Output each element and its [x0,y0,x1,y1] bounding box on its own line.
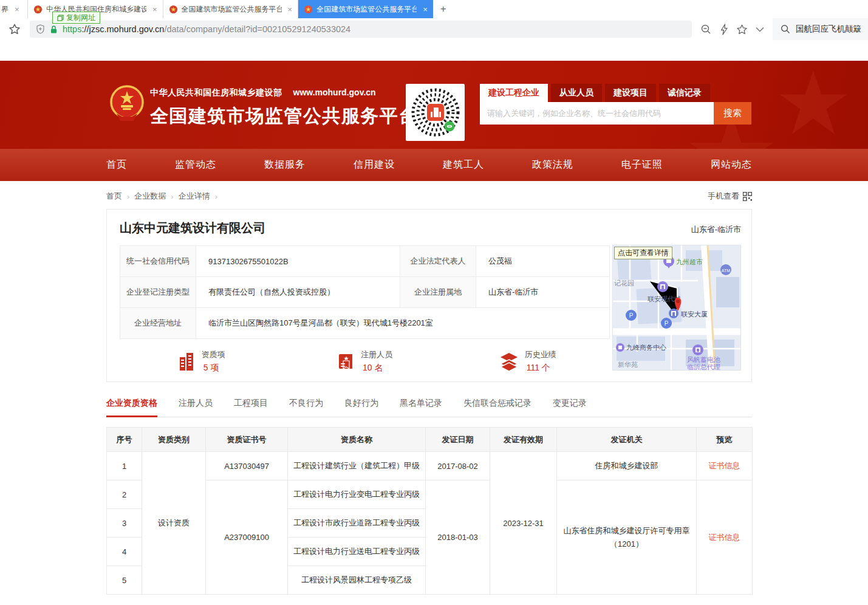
mobile-view-label: 手机查看 [708,191,739,202]
browser-tab-2[interactable]: 全国建筑市场监管公共服务平台 × [163,0,299,18]
map-poi-xinhua: 新华苑 [618,361,638,368]
close-icon[interactable]: × [15,5,19,14]
close-icon[interactable]: × [423,5,428,14]
flash-save-icon[interactable] [720,24,728,35]
zoom-out-icon[interactable] [700,24,712,35]
copy-url-tooltip: 复制网址 [52,12,100,24]
company-region: 山东省-临沂市 [691,224,741,235]
map-tooltip: 点击可查看详情 [614,247,672,259]
cell-name: 工程设计风景园林工程专项乙级 [288,566,426,595]
col-header-category: 资质类别 [142,428,206,452]
col-header-cert-no: 资质证书号 [206,428,288,452]
tab-qualifications[interactable]: 企业资质资格 [106,398,157,417]
secure-lock-icon [50,25,58,34]
reg-place-value: 山东省-临沂市 [476,277,610,308]
toolbar-icons [700,24,764,35]
cell-category: 设计资质 [142,452,206,595]
ministry-name: 中华人民共和国住房和城乡建设部 [150,87,282,97]
cell-name: 工程设计建筑行业（建筑工程）甲级 [288,452,426,480]
platform-title: 全国建筑市场监管公共服务平台 [150,104,418,129]
browser-search-box[interactable]: 国航回应飞机颠簸 [773,18,868,40]
qr-code-icon [411,87,460,137]
tab-title: 全国建筑市场监管公共服务平台 [316,4,417,15]
stat-value: 111 个 [525,363,556,374]
certificate-info-link[interactable]: 证书信息 [709,533,740,542]
stat-value: 5 项 [202,363,225,374]
reg-type-label: 企业登记注册类型 [120,277,196,308]
cell-issue-date: 2017-08-02 [426,452,490,480]
browser-tab-active[interactable]: 全国建筑市场监管公共服务平台 × [298,0,433,18]
search-button[interactable]: 搜索 [714,102,751,125]
location-map[interactable]: 点击可查看详情 九州超市 ATM 记花园 联安现代城 [612,245,741,371]
nav-item-e-license[interactable]: 电子证照 [621,159,663,171]
address-label: 企业经营地址 [120,308,196,339]
search-category-tabs: 建设工程企业 从业人员 建设项目 诚信记录 [480,84,751,102]
credit-code-label: 统一社会信用代码 [120,246,196,277]
breadcrumb-company-data[interactable]: 企业数据 [134,191,166,202]
map-poi-parking2: P [665,320,669,327]
nav-item-credit[interactable]: 信用建设 [354,159,395,171]
national-emblem-icon [109,85,145,121]
cell-no: 2 [107,480,142,509]
tab-projects[interactable]: 工程项目 [234,398,268,417]
certificate-info-link[interactable]: 证书信息 [709,461,740,470]
breadcrumb-home[interactable]: 首页 [106,191,122,202]
browser-tab-0[interactable]: 界 × [0,0,28,18]
url-bar[interactable]: https://jzsc.mohurd.gov.cn/data/company/… [30,21,692,38]
close-icon[interactable]: × [152,5,157,14]
chevron-down-icon[interactable] [756,27,764,32]
col-header-authority: 发证机关 [557,428,697,452]
stat-label: 资质项 [202,349,225,360]
search-icon [781,24,790,34]
search-tab-enterprise[interactable]: 建设工程企业 [480,84,548,102]
certificate-book-icon [337,352,355,371]
stat-historical-performance[interactable]: 历史业绩 111 个 [446,349,609,374]
search-tab-credit[interactable]: 诚信记录 [659,84,710,102]
col-header-valid-until: 发证有效期 [490,428,557,452]
company-info-table: 统一社会信用代码 91371302675501022B 企业法定代表人 公茂福 … [120,245,610,339]
nav-item-data-service[interactable]: 数据服务 [264,159,306,171]
map-poi-battery-line1: 风帆蓄电池 [687,356,720,363]
favorite-star-icon[interactable] [736,24,748,35]
stat-registered-personnel[interactable]: 注册人员 10 名 [283,349,446,374]
nav-item-workers[interactable]: 建筑工人 [443,159,484,171]
mobile-view-link[interactable]: 手机查看 [708,191,752,202]
hot-search-text: 国航回应飞机颠簸 [796,24,861,35]
nav-item-home[interactable]: 首页 [106,159,127,171]
map-poi-supermarket: 九州超市 [676,258,703,265]
qualification-table: 序号 资质类别 资质证书号 资质名称 发证日期 发证有效期 发证机关 预览 1 … [106,427,753,595]
credit-code-value: 91371302675501022B [196,246,400,277]
tab-change-records[interactable]: 变更记录 [553,398,587,417]
tab-registered-personnel[interactable]: 注册人员 [179,398,213,417]
copy-icon [57,15,64,21]
stat-qualifications[interactable]: 资质项 5 项 [120,349,283,374]
breadcrumb: 首页› 企业数据› 企业详情› 手机查看 [106,191,752,202]
ministry-website: www.mohurd.gov.cn [293,87,376,97]
page-content: 首页› 企业数据› 企业详情› 手机查看 山东中元建筑设计有限公司 山东省-临沂… [106,181,752,595]
url-path: /data/company/detail?id=0021052912405330… [164,24,350,34]
tab-good-behavior[interactable]: 良好行为 [344,398,378,417]
nav-item-supervision[interactable]: 监管动态 [175,159,216,171]
emblem-favicon-icon [33,5,43,14]
breadcrumb-company-detail[interactable]: 企业详情 [179,191,210,202]
nav-item-policy[interactable]: 政策法规 [532,159,573,171]
flag-star-decoration [777,67,850,140]
tab-bad-behavior[interactable]: 不良行为 [289,398,323,417]
site-header: 中华人民共和国住房和城乡建设部www.mohurd.gov.cn 全国建筑市场监… [0,61,868,149]
cell-no: 4 [107,538,142,566]
shield-icon[interactable] [36,24,45,34]
search-tab-personnel[interactable]: 从业人员 [551,84,602,102]
close-icon[interactable]: × [288,5,293,14]
tab-blacklist[interactable]: 黑名单记录 [400,398,442,417]
map-poi-garden: 记花园 [614,279,634,287]
nav-item-site-news[interactable]: 网站动态 [711,159,752,171]
bookmark-star-icon[interactable] [9,23,21,35]
new-tab-button[interactable]: + [433,0,454,18]
tab-dishonesty-records[interactable]: 失信联合惩戒记录 [463,398,531,417]
map-poi-atm: ATM [722,268,730,273]
cell-no: 1 [107,452,142,480]
url-scheme: https [63,24,81,34]
keyword-search-input[interactable] [480,102,714,125]
search-tab-projects[interactable]: 建设项目 [605,84,656,102]
map-poi-battery-line2: 临沂总代理 [687,363,720,371]
